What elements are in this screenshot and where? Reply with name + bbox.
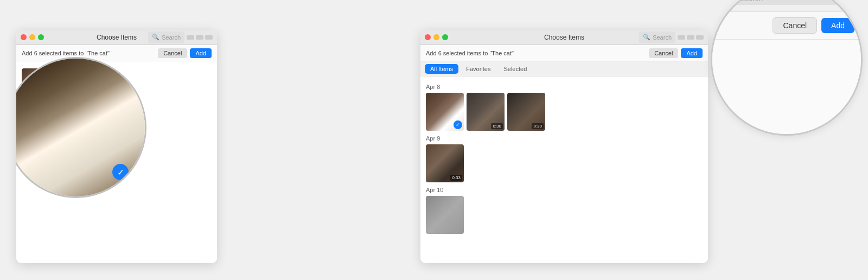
photo-grid-apr9-right: 0:33	[426, 144, 703, 182]
magnify-search-placeholder: Search	[739, 0, 763, 3]
action-buttons-left: Cancel Add	[158, 48, 212, 58]
action-buttons-right: Cancel Add	[649, 48, 703, 58]
photo-thumb-3-right[interactable]: 0:30	[507, 93, 545, 131]
tabs-bar-right: All Items Favorites Selected	[420, 61, 708, 77]
maximize-button-right[interactable]	[442, 34, 448, 40]
title-bar-right: Choose Items 🔍 Search	[420, 30, 708, 45]
magnify-add-button[interactable]: Add	[821, 18, 854, 33]
magnify-empty-area	[712, 40, 861, 134]
magnify-search-icon: 🔍	[726, 0, 736, 3]
video-duration-right-3: 0:33	[450, 175, 462, 181]
title-bar-controls-left	[187, 35, 213, 40]
video-duration-right-1: 0:30	[491, 123, 503, 129]
traffic-lights-right	[425, 34, 448, 40]
photo-thumb-2-right[interactable]: 0:30	[467, 93, 505, 131]
tab-all-items[interactable]: All Items	[425, 64, 458, 74]
search-icon-left: 🔍	[152, 34, 159, 41]
add-button-left[interactable]: Add	[190, 48, 212, 58]
magnify-right-content: 🔍 Search Cancel Add	[712, 0, 861, 134]
panel-title-left: Choose Items	[97, 34, 137, 41]
search-icon-right: 🔍	[643, 34, 650, 41]
date-label-apr10-right: Apr 10	[426, 187, 703, 193]
add-button-right[interactable]: Add	[681, 48, 703, 58]
panel-title-right: Choose Items	[544, 34, 584, 41]
photo-thumb-5-right[interactable]	[426, 196, 464, 234]
date-label-apr9-right: Apr 9	[426, 135, 703, 142]
selected-check-right: ✓	[454, 120, 462, 129]
tb-btn3-right	[696, 35, 704, 40]
add-text-left: Add 6 selected items to "The cat"	[22, 50, 110, 56]
tab-favorites[interactable]: Favorites	[461, 64, 496, 74]
content-area-right: Apr 8 ✓ 0:30 0:30 Apr 9 0:33 Apr 10	[420, 77, 708, 263]
tb-btn1	[187, 35, 194, 40]
search-area-right[interactable]: 🔍 Search	[639, 31, 675, 43]
selected-checkmark-magnified: ✓	[112, 164, 129, 180]
title-bar-left: Choose Items 🔍 Search	[16, 30, 217, 45]
tab-selected[interactable]: Selected	[498, 64, 532, 74]
video-duration-right-2: 0:30	[532, 123, 544, 129]
magnify-right-actions: Cancel Add	[712, 12, 861, 40]
traffic-lights-left	[21, 34, 44, 40]
magnify-search-area: 🔍 Search	[712, 0, 861, 12]
tb-btn2-right	[687, 35, 694, 40]
tb-btn1-right	[678, 35, 685, 40]
photo-thumb-4-right[interactable]: 0:33	[426, 144, 464, 182]
cancel-button-right[interactable]: Cancel	[649, 48, 678, 58]
magnify-cancel-button[interactable]: Cancel	[773, 17, 817, 34]
photo-grid-apr8-right: ✓ 0:30 0:30	[426, 93, 703, 131]
search-placeholder-left: Search	[162, 34, 181, 41]
photo-thumb-1-right[interactable]: ✓	[426, 93, 464, 131]
search-area-left[interactable]: 🔍 Search	[148, 31, 184, 43]
minimize-button[interactable]	[29, 34, 35, 40]
magnify-content-left: ✓	[16, 59, 145, 196]
photo-grid-apr10-right	[426, 196, 703, 234]
right-panel: Choose Items 🔍 Search Add 6 selected ite…	[420, 30, 708, 263]
close-button-right[interactable]	[425, 34, 431, 40]
action-bar-right: Add 6 selected items to "The cat" Cancel…	[420, 45, 708, 61]
left-panel: Choose Items 🔍 Search Add 6 selected ite…	[16, 30, 217, 263]
magnify-circle-left: ✓	[16, 57, 146, 198]
cancel-button-left[interactable]: Cancel	[158, 48, 187, 58]
search-placeholder-right: Search	[653, 34, 672, 41]
maximize-button[interactable]	[38, 34, 44, 40]
magnify-search-box[interactable]: 🔍 Search	[721, 0, 852, 5]
date-label-apr8-right: Apr 8	[426, 84, 703, 90]
title-bar-controls-right	[678, 35, 704, 40]
add-text-right: Add 6 selected items to "The cat"	[426, 50, 514, 56]
minimize-button-right[interactable]	[433, 34, 439, 40]
close-button[interactable]	[21, 34, 27, 40]
magnify-circle-right: 🔍 Search Cancel Add	[711, 0, 863, 136]
tb-btn2	[196, 35, 203, 40]
tb-btn3	[205, 35, 213, 40]
